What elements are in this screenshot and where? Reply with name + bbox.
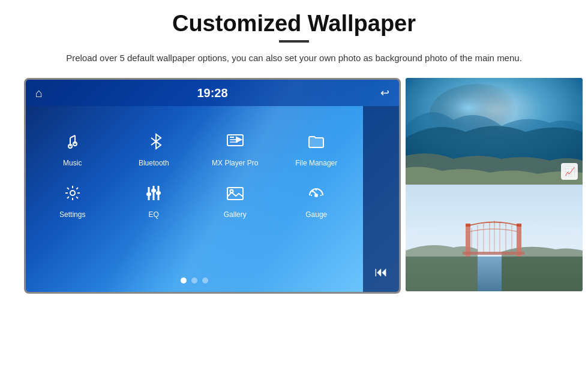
gallery-icon (221, 179, 249, 207)
svg-line-23 (312, 191, 313, 192)
svg-line-20 (313, 191, 316, 194)
screen-top-bar: ⌂ 19:28 ↩ (26, 80, 399, 106)
eq-icon (140, 179, 167, 207)
ice-cave-image: 📈 (406, 78, 583, 185)
app-item-gauge[interactable]: Gauge (276, 173, 358, 225)
dot-2[interactable] (191, 278, 197, 284)
svg-rect-16 (157, 192, 160, 194)
dot-1[interactable] (181, 278, 187, 284)
gauge-label: Gauge (305, 210, 327, 219)
file-manager-label: File Manager (295, 159, 337, 167)
back-icon[interactable]: ↩ (380, 86, 389, 99)
screen-time: 19:28 (197, 86, 227, 100)
svg-rect-42 (406, 227, 583, 257)
bluetooth-label: Bluetooth (139, 159, 169, 167)
app-item-bluetooth[interactable]: Bluetooth (113, 122, 195, 173)
app-item-gallery[interactable]: Gallery (194, 173, 276, 225)
music-label: Music (63, 159, 82, 167)
svg-point-7 (70, 191, 75, 195)
photo-thumbnails: 📈 (406, 78, 583, 291)
golden-gate-image (406, 185, 583, 291)
skip-back-button[interactable]: ⏮ (374, 264, 388, 280)
app-item-file-manager[interactable]: File Manager (276, 122, 358, 173)
page-title: Customized Wallpaper (172, 11, 416, 37)
ice-cave-photo: 📈 (406, 78, 583, 185)
app-item-settings[interactable]: Settings (32, 173, 113, 225)
settings-icon (59, 179, 86, 207)
page-subtitle: Preload over 5 default wallpaper options… (66, 51, 522, 65)
trending-badge: 📈 (561, 163, 578, 180)
dot-3[interactable] (202, 278, 208, 284)
svg-rect-14 (147, 193, 151, 195)
app-item-music[interactable]: Music (32, 122, 113, 173)
music-icon (59, 128, 86, 155)
page-container: Customized Wallpaper Preload over 5 defa… (0, 0, 588, 380)
app-item-eq[interactable]: EQ (113, 173, 195, 225)
gauge-icon (302, 179, 330, 207)
svg-rect-15 (152, 189, 155, 192)
golden-gate-photo (406, 185, 583, 291)
mx-player-label: MX Player Pro (212, 159, 258, 167)
gallery-label: Gallery (224, 210, 247, 219)
app-grid: Music Bluetooth (26, 116, 363, 231)
svg-marker-6 (236, 137, 241, 142)
screen-right-panel: ⏮ (363, 106, 399, 292)
screen-mockup: ⌂ 19:28 ↩ (24, 78, 401, 294)
bluetooth-icon (140, 128, 167, 155)
eq-label: EQ (149, 210, 159, 219)
pagination-dots (26, 278, 363, 284)
home-icon[interactable]: ⌂ (35, 86, 43, 100)
settings-label: Settings (59, 210, 85, 219)
content-row: ⌂ 19:28 ↩ (24, 78, 564, 294)
title-divider (279, 40, 309, 43)
mx-player-icon (221, 128, 249, 155)
folder-icon (302, 128, 330, 155)
app-item-mx-player[interactable]: MX Player Pro (194, 122, 276, 173)
